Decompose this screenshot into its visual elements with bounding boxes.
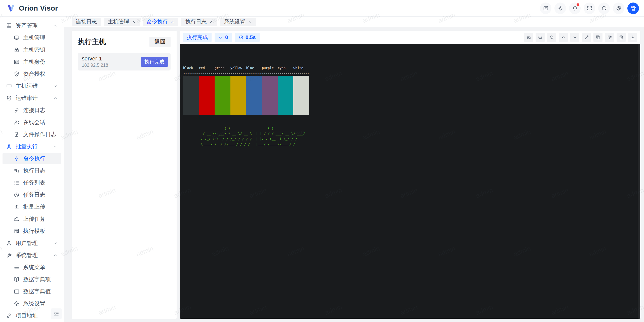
sidebar-item-label: 运维审计 (16, 94, 38, 102)
tab-system-settings[interactable]: 系统设置 (220, 18, 256, 26)
sidebar-item-upload-tasks[interactable]: 上传任务 (3, 213, 61, 225)
back-button[interactable]: 返回 (149, 37, 171, 47)
code-square-icon (543, 5, 549, 11)
sidebar-item-label: 系统管理 (16, 252, 38, 259)
terminal-output[interactable]: blackredgreenyellowbluepurplecyanwhite -… (180, 44, 640, 319)
sidebar-item-task-list[interactable]: 任务列表 (3, 177, 61, 188)
terminal-tool-expand[interactable] (582, 33, 591, 42)
sidebar-item-asset-authorization[interactable]: 资产授权 (3, 68, 61, 80)
terminal-tool-scroll-bottom[interactable] (570, 33, 579, 42)
tab-close-icon[interactable] (209, 20, 213, 24)
cloud-icon (14, 216, 20, 222)
sidebar-item-file-op-logs[interactable]: 文件操作日志 (3, 129, 61, 140)
tab-label: 连接日志 (76, 18, 97, 25)
header-button-theme-toggle[interactable] (554, 3, 566, 14)
sidebar-item-dict-values[interactable]: 数据字典值 (3, 286, 61, 297)
terminal-tool-zoom-in[interactable] (536, 33, 545, 42)
sidebar-item-dict-items[interactable]: 数据字典项 (3, 274, 61, 285)
tab-close-icon[interactable] (132, 20, 136, 24)
chevron-up-icon (561, 35, 566, 40)
sidebar-item-label: 主机身份 (23, 58, 45, 66)
terminal-tool-clean[interactable] (605, 33, 614, 42)
palette-dashes: -------- (278, 70, 294, 76)
header-button-refresh[interactable] (598, 3, 610, 14)
tab-label: 系统设置 (224, 18, 245, 25)
palette-block-yellow (230, 76, 246, 115)
sidebar-item-label: 批量上传 (23, 203, 45, 211)
sidebar-item-batch-execution[interactable]: 批量执行 (3, 141, 61, 152)
chevron-icon (53, 96, 58, 100)
terminal-tool-scroll-top[interactable] (559, 33, 568, 42)
tab-close-icon[interactable] (248, 20, 252, 24)
list-icon (14, 180, 20, 186)
sidebar-item-label: 数据字典值 (23, 288, 51, 295)
refresh-icon (601, 5, 607, 11)
header-button-fullscreen[interactable] (584, 3, 595, 14)
app-title: Orion Visor (19, 4, 58, 12)
tab-connect-logs[interactable]: 连接日志 (72, 18, 101, 26)
terminal-panel: 执行完成 0 0.5s blackredgreenyel (180, 31, 640, 319)
sidebar-item-host-identities[interactable]: 主机身份 (3, 56, 61, 67)
terminal-scrollbar[interactable] (638, 44, 640, 319)
terminal-tool-delete[interactable] (617, 33, 626, 42)
copy-icon (595, 35, 601, 40)
exit-code-badge: 0 (215, 33, 232, 42)
palette-block-blue (246, 76, 262, 115)
terminal-tool-copy[interactable] (593, 33, 602, 42)
sidebar-item-host-management[interactable]: 主机管理 (3, 32, 61, 43)
sidebar-item-system-settings[interactable]: 系统设置 (3, 298, 61, 309)
sidebar-item-label: 执行日志 (23, 167, 45, 174)
sidebar-item-system-menu[interactable]: 系统菜单 (3, 262, 61, 273)
header-button-api-docs[interactable] (540, 3, 551, 14)
tab-close-icon[interactable] (171, 20, 174, 24)
sidebar-item-asset-management[interactable]: 资产管理 (3, 20, 61, 31)
sidebar-item-ops-audit[interactable]: 运维审计 (3, 93, 61, 104)
header-button-settings[interactable] (613, 3, 624, 14)
terminal-tool-zoom-out[interactable] (547, 33, 556, 42)
sidebar-item-host-ops[interactable]: 主机运维 (3, 81, 61, 92)
sidebar-collapse-button[interactable] (51, 308, 62, 319)
sidebar-item-execution-logs[interactable]: 执行日志 (3, 165, 61, 176)
header-button-notifications[interactable] (569, 3, 581, 14)
sidebar-item-execution-templates[interactable]: 执行模板 (3, 226, 61, 237)
tab-label: 命令执行 (147, 18, 168, 25)
sidebar-item-label: 在线会话 (23, 119, 45, 126)
monitor-icon (6, 83, 12, 89)
tab-execution-logs[interactable]: 执行日志 (181, 18, 217, 26)
terminal-tool-search-logs[interactable] (524, 33, 533, 42)
tab-label: 执行日志 (185, 18, 207, 25)
sidebar-item-system-management[interactable]: 系统管理 (3, 250, 61, 261)
palette-dashes: -------- (199, 70, 215, 76)
palette-names-row: blackredgreenyellowbluepurplecyanwhite (183, 65, 640, 70)
tab-bar: 连接日志 主机管理 命令执行 执行日志 系统设置 (64, 17, 644, 27)
palette-block-white (293, 76, 309, 115)
user-icon (6, 240, 12, 246)
table-icon (14, 289, 20, 295)
zoomin-icon (538, 35, 543, 40)
host-list-item[interactable]: server-1 182.92.5.218 执行完成 (78, 53, 171, 70)
tab-label: 主机管理 (108, 18, 129, 25)
tab-command-execution[interactable]: 命令执行 (143, 18, 178, 26)
file-icon (14, 131, 20, 137)
monitor-icon (14, 35, 20, 41)
tab-host-management[interactable]: 主机管理 (104, 18, 140, 26)
chevron-icon (53, 253, 58, 258)
terminal-tool-download[interactable] (628, 33, 637, 42)
sidebar-item-online-sessions[interactable]: 在线会话 (3, 117, 61, 128)
rack-icon (6, 23, 12, 29)
shield-icon (6, 95, 12, 101)
sidebar-item-label: 数据字典项 (23, 276, 51, 283)
expand-icon (584, 35, 589, 40)
sidebar-item-connect-logs[interactable]: 连接日志 (3, 105, 61, 116)
host-name: server-1 (82, 55, 108, 62)
sidebar-item-user-management[interactable]: 用户管理 (3, 238, 61, 249)
bolt-icon (14, 156, 20, 162)
sidebar-item-host-keys[interactable]: 主机密钥 (3, 44, 61, 55)
sidebar-item-command-execution[interactable]: 命令执行 (3, 153, 61, 164)
app-logo: Orion Visor (0, 4, 58, 13)
sidebar-item-batch-upload[interactable]: 批量上传 (3, 201, 61, 212)
palette-name: black (183, 65, 199, 70)
sidebar-item-label: 主机密钥 (23, 46, 45, 54)
user-avatar[interactable]: 管 (627, 3, 639, 14)
sidebar-item-task-logs[interactable]: 任务日志 (3, 189, 61, 200)
